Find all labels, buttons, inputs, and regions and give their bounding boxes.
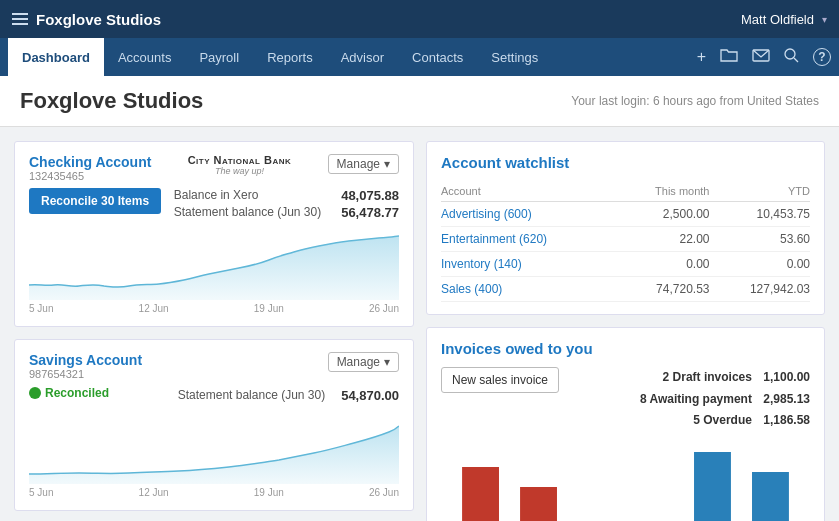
watchlist-account-link[interactable]: Entertainment (620): [441, 232, 547, 246]
statement-balance-row: Statement balance (Jun 30) 56,478.77: [174, 205, 399, 220]
manage-dropdown-icon: ▾: [384, 157, 390, 171]
folder-icon[interactable]: [720, 48, 738, 66]
checking-balances: Balance in Xero 48,075.88 Statement bala…: [174, 188, 399, 222]
svg-line-2: [794, 58, 798, 62]
watchlist-this-month: 74,720.53: [618, 277, 709, 302]
reconcile-button[interactable]: Reconcile 30 Items: [29, 188, 161, 214]
page-title: Foxglove Studios: [20, 88, 203, 114]
user-dropdown-arrow[interactable]: ▾: [822, 14, 827, 25]
top-bar: Foxglove Studios Matt Oldfield ▾: [0, 0, 839, 38]
savings-balance-row: Reconciled Statement balance (Jun 30) 54…: [29, 386, 399, 406]
bank-logo: City National Bank The way up!: [188, 154, 292, 176]
watchlist-ytd: 53.60: [710, 227, 811, 252]
watchlist-account-link[interactable]: Sales (400): [441, 282, 502, 296]
checking-chart-labels: 5 Jun 12 Jun 19 Jun 26 Jun: [29, 303, 399, 314]
main-content: Checking Account 132435465 City National…: [0, 127, 839, 521]
savings-info: Savings Account 987654321: [29, 352, 142, 380]
watchlist-row: Entertainment (620) 22.00 53.60: [441, 227, 810, 252]
page-header: Foxglove Studios Your last login: 6 hour…: [0, 76, 839, 127]
balance-xero-label: Balance in Xero: [174, 188, 259, 203]
login-info: Your last login: 6 hours ago from United…: [571, 94, 819, 108]
overdue-row: 5 Overdue 1,186.58: [632, 410, 810, 432]
bar-rect: [694, 452, 731, 521]
watchlist-table: Account This month YTD Advertising (600)…: [441, 181, 810, 302]
checking-name: Checking Account: [29, 154, 151, 170]
reconciled-label: Reconciled: [45, 386, 109, 400]
col-account: Account: [441, 181, 618, 202]
col-this-month: This month: [618, 181, 709, 202]
bank-tagline: The way up!: [188, 166, 292, 176]
reconciled-dot: [29, 387, 41, 399]
awaiting-amount: 2,985.13: [763, 392, 810, 406]
watchlist-this-month: 22.00: [618, 227, 709, 252]
bar-chart: OlderJun 19-25This weekJul 3-9Jul 10-16F…: [441, 442, 810, 521]
watchlist-account-link[interactable]: Advertising (600): [441, 207, 532, 221]
search-icon[interactable]: [784, 48, 799, 67]
watchlist-this-month: 0.00: [618, 252, 709, 277]
nav-advisor[interactable]: Advisor: [327, 38, 398, 76]
draft-label: 2 Draft invoices: [663, 370, 752, 384]
watchlist-ytd: 10,453.75: [710, 202, 811, 227]
savings-manage-dropdown-icon: ▾: [384, 355, 390, 369]
left-column: Checking Account 132435465 City National…: [14, 141, 414, 521]
nav-actions: + ?: [697, 48, 831, 67]
watchlist-title: Account watchlist: [441, 154, 810, 171]
overdue-label: 5 Overdue: [693, 413, 752, 427]
watchlist-account-link[interactable]: Inventory (140): [441, 257, 522, 271]
savings-chart-labels: 5 Jun 12 Jun 19 Jun 26 Jun: [29, 487, 399, 498]
watchlist-row: Advertising (600) 2,500.00 10,453.75: [441, 202, 810, 227]
bank-name: City National Bank: [188, 154, 292, 166]
new-invoice-button[interactable]: New sales invoice: [441, 367, 559, 393]
nav-reports[interactable]: Reports: [253, 38, 327, 76]
hamburger-menu[interactable]: [12, 13, 28, 25]
checking-manage-button[interactable]: Manage ▾: [328, 154, 399, 174]
invoices-title: Invoices owed to you: [441, 340, 810, 357]
checking-account-card: Checking Account 132435465 City National…: [14, 141, 414, 327]
help-icon[interactable]: ?: [813, 48, 831, 66]
add-icon[interactable]: +: [697, 48, 706, 66]
bar-chart-svg: [441, 442, 810, 521]
bar-rect: [752, 472, 789, 521]
balance-xero-amount: 48,075.88: [341, 188, 399, 203]
savings-statement-amount: 54,870.00: [341, 388, 399, 403]
checking-chart: [29, 230, 399, 300]
nav-accounts[interactable]: Accounts: [104, 38, 185, 76]
nav-contacts[interactable]: Contacts: [398, 38, 477, 76]
savings-account-card: Savings Account 987654321 Manage ▾ Recon…: [14, 339, 414, 511]
draft-row: 2 Draft invoices 1,100.00: [632, 367, 810, 389]
awaiting-label: 8 Awaiting payment: [640, 392, 752, 406]
overdue-amount: 1,186.58: [763, 413, 810, 427]
draft-amount: 1,100.00: [763, 370, 810, 384]
balance-xero-row: Balance in Xero 48,075.88: [174, 188, 399, 203]
checking-info: Checking Account 132435465: [29, 154, 151, 182]
nav-settings[interactable]: Settings: [477, 38, 552, 76]
watchlist-card: Account watchlist Account This month YTD…: [426, 141, 825, 315]
app-logo: Foxglove Studios: [36, 11, 161, 28]
watchlist-row: Sales (400) 74,720.53 127,942.03: [441, 277, 810, 302]
col-ytd: YTD: [710, 181, 811, 202]
checking-header: Checking Account 132435465 City National…: [29, 154, 399, 182]
bar-rect: [462, 467, 499, 521]
nav-dashboard[interactable]: Dashboard: [8, 38, 104, 76]
watchlist-row: Inventory (140) 0.00 0.00: [441, 252, 810, 277]
main-nav: Dashboard Accounts Payroll Reports Advis…: [0, 38, 839, 76]
savings-number: 987654321: [29, 368, 142, 380]
invoices-card: Invoices owed to you New sales invoice 2…: [426, 327, 825, 521]
mail-icon[interactable]: [752, 48, 770, 66]
checking-number: 132435465: [29, 170, 151, 182]
savings-manage-button[interactable]: Manage ▾: [328, 352, 399, 372]
savings-statement-row: Statement balance (Jun 30) 54,870.00: [178, 388, 399, 403]
top-bar-right: Matt Oldfield ▾: [741, 12, 827, 27]
user-name: Matt Oldfield: [741, 12, 814, 27]
nav-payroll[interactable]: Payroll: [185, 38, 253, 76]
savings-name: Savings Account: [29, 352, 142, 368]
invoices-top: New sales invoice 2 Draft invoices 1,100…: [441, 367, 810, 432]
bar-rect: [520, 487, 557, 521]
savings-header: Savings Account 987654321 Manage ▾: [29, 352, 399, 380]
savings-balances: Statement balance (Jun 30) 54,870.00: [178, 388, 399, 405]
invoice-summary: 2 Draft invoices 1,100.00 8 Awaiting pay…: [632, 367, 810, 432]
awaiting-row: 8 Awaiting payment 2,985.13: [632, 389, 810, 411]
watchlist-ytd: 0.00: [710, 252, 811, 277]
watchlist-this-month: 2,500.00: [618, 202, 709, 227]
statement-label: Statement balance (Jun 30): [174, 205, 321, 220]
